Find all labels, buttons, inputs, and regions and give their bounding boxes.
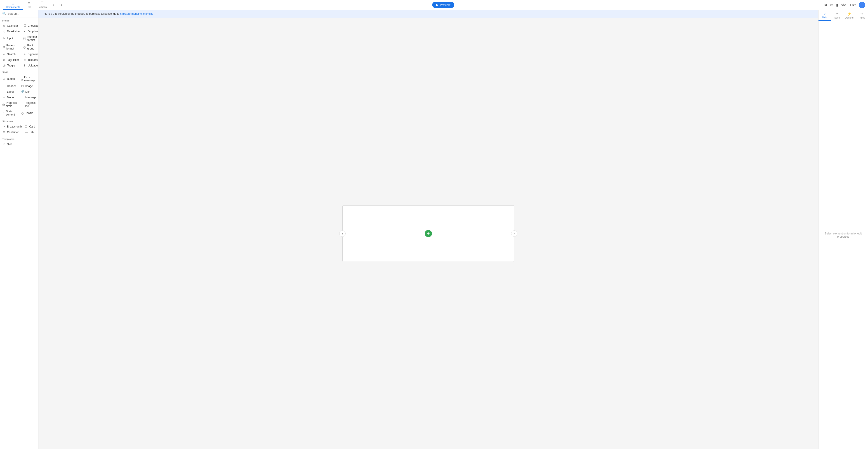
component-image[interactable]: ⊡ Image xyxy=(19,83,38,89)
container-icon: ⊞ xyxy=(2,130,6,134)
component-calendar-label: Calendar xyxy=(7,24,18,27)
tab-main[interactable]: ○ Main xyxy=(818,10,831,21)
static-content-icon: ○ xyxy=(2,112,5,115)
component-header-label: Header xyxy=(7,85,16,88)
static-grid: ○ Button △ Error message T Header ⊡ Imag… xyxy=(0,74,38,118)
calendar-icon: ◇ xyxy=(2,24,6,27)
radio-group-icon: ◎ xyxy=(23,46,26,49)
component-container[interactable]: ⊞ Container xyxy=(1,129,23,135)
lang-selector[interactable]: EN ▾ xyxy=(849,2,857,7)
component-card[interactable]: ☐ Card xyxy=(23,124,37,129)
component-tooltip[interactable]: ◎ Tooltip xyxy=(19,109,38,117)
component-pattern-format[interactable]: ⊞ Pattern format xyxy=(1,43,22,51)
component-tab-label: Tab xyxy=(29,131,33,134)
component-datepicker[interactable]: ◇ DatePicker xyxy=(1,29,22,34)
trial-banner: This is a trial version of the product. … xyxy=(38,10,818,18)
component-uploader-label: Uploader xyxy=(28,64,38,67)
image-icon: ⊡ xyxy=(21,84,24,88)
component-button-label: Button xyxy=(7,77,15,81)
component-label[interactable]: — Label xyxy=(1,89,19,94)
trial-banner-link[interactable]: https://formengine.io/pricing xyxy=(120,12,153,16)
button-icon: ○ xyxy=(2,77,6,81)
component-search[interactable]: ○ Search xyxy=(1,51,22,57)
component-static-content-label: Static content xyxy=(6,110,18,116)
tab-tree-label: Tree xyxy=(26,6,31,8)
component-search-label: Search xyxy=(7,53,16,56)
canvas-wrapper: + ‹ › xyxy=(38,18,818,449)
component-signature-label: Signature xyxy=(28,53,38,56)
tab-tree[interactable]: ≡ Tree xyxy=(23,0,34,10)
component-menu[interactable]: ≡ Menu xyxy=(1,94,19,100)
checkbox-icon: ☐ xyxy=(23,24,27,27)
component-progress-circle-label: Progress circle xyxy=(6,101,18,108)
redo-button[interactable]: ↪ xyxy=(58,2,64,8)
uploader-icon: ⬆ xyxy=(23,64,27,67)
component-dropdown-label: Dropdown xyxy=(28,30,38,33)
component-slot-label: Slot xyxy=(7,143,12,146)
monitor-button[interactable]: 🖥 xyxy=(823,2,828,8)
form-canvas[interactable]: + xyxy=(342,205,514,262)
component-message[interactable]: ○ Message xyxy=(19,94,38,100)
component-calendar[interactable]: ◇ Calendar xyxy=(1,23,22,29)
search-input[interactable] xyxy=(7,12,38,16)
tab-actions-label: Actions xyxy=(845,16,854,19)
add-element-button[interactable]: + xyxy=(425,230,432,237)
signature-icon: ✒ xyxy=(23,53,27,56)
component-link[interactable]: 🔗 Link xyxy=(19,89,38,94)
component-static-content[interactable]: ○ Static content xyxy=(1,109,19,117)
components-icon: ⊞ xyxy=(11,1,14,5)
toolbar-center: ▶ Preview xyxy=(66,2,821,8)
link-icon: 🔗 xyxy=(21,90,24,93)
canvas-arrow-left[interactable]: ‹ xyxy=(339,230,346,237)
trial-banner-text: This is a trial version of the product. … xyxy=(42,12,120,16)
tab-settings[interactable]: ☰ Settings xyxy=(35,0,50,10)
component-tab[interactable]: — Tab xyxy=(23,129,37,135)
tab-style[interactable]: ✏ Style xyxy=(831,10,843,21)
component-progress-circle[interactable]: ◑ Progress circle xyxy=(1,100,19,109)
preview-button[interactable]: ▶ Preview xyxy=(432,2,454,8)
right-tabs: ○ Main ✏ Style ⚡ Actions ⇥ Rules xyxy=(818,10,868,21)
section-templates-label: Templates xyxy=(0,136,38,141)
tab-rules[interactable]: ⇥ Rules xyxy=(856,10,868,21)
component-progress-line[interactable]: — Progress line xyxy=(19,100,38,109)
component-input-label: Input xyxy=(7,37,13,40)
component-radio-group-label: Radio group xyxy=(27,44,38,50)
mobile-button[interactable]: ▮ xyxy=(835,2,839,8)
tab-actions[interactable]: ⚡ Actions xyxy=(843,10,856,21)
component-textarea[interactable]: ≡ Text area xyxy=(22,57,38,63)
input-icon: ✎ xyxy=(2,37,6,40)
component-uploader[interactable]: ⬆ Uploader xyxy=(22,63,38,68)
component-breadcrumb[interactable]: » Breadcrumb xyxy=(1,124,23,129)
lang-label: EN xyxy=(850,3,854,6)
component-header[interactable]: T Header xyxy=(1,83,19,89)
slot-icon: ◇ xyxy=(2,143,6,146)
toolbar-right: 🖥 ▭ ▮ </> EN ▾ xyxy=(823,2,865,8)
component-checkbox-label: Checkbox xyxy=(28,24,38,27)
component-input[interactable]: ✎ Input xyxy=(1,34,22,43)
avatar-button[interactable] xyxy=(859,2,865,8)
component-error-message[interactable]: △ Error message xyxy=(19,74,38,83)
undo-button[interactable]: ↩ xyxy=(51,2,57,8)
component-toggle[interactable]: ◎ Toggle xyxy=(1,63,22,68)
progress-circle-icon: ◑ xyxy=(2,103,5,106)
breadcrumb-icon: » xyxy=(2,125,6,128)
label-icon: — xyxy=(2,90,6,93)
canvas-arrow-right[interactable]: › xyxy=(511,230,518,237)
tab-components[interactable]: ⊞ Components xyxy=(3,0,23,10)
component-radio-group[interactable]: ◎ Radio group xyxy=(22,43,38,51)
component-slot[interactable]: ◇ Slot xyxy=(1,141,19,147)
component-dropdown[interactable]: ▾ Dropdown xyxy=(22,29,38,34)
component-error-message-label: Error message xyxy=(24,76,36,82)
canvas-area: This is a trial version of the product. … xyxy=(38,10,818,449)
templates-grid: ◇ Slot xyxy=(0,141,38,148)
code-button[interactable]: </> xyxy=(840,2,847,8)
progress-line-icon: — xyxy=(21,103,24,106)
component-tagpicker[interactable]: ◇ TagPicker xyxy=(1,57,22,63)
component-number-format[interactable]: ## Number format xyxy=(22,34,38,43)
component-progress-line-label: Progress line xyxy=(25,101,36,108)
component-checkbox[interactable]: ☐ Checkbox xyxy=(22,23,38,29)
tablet-button[interactable]: ▭ xyxy=(829,2,834,8)
component-button[interactable]: ○ Button xyxy=(1,74,19,83)
preview-play-icon: ▶ xyxy=(436,3,438,6)
component-signature[interactable]: ✒ Signature xyxy=(22,51,38,57)
